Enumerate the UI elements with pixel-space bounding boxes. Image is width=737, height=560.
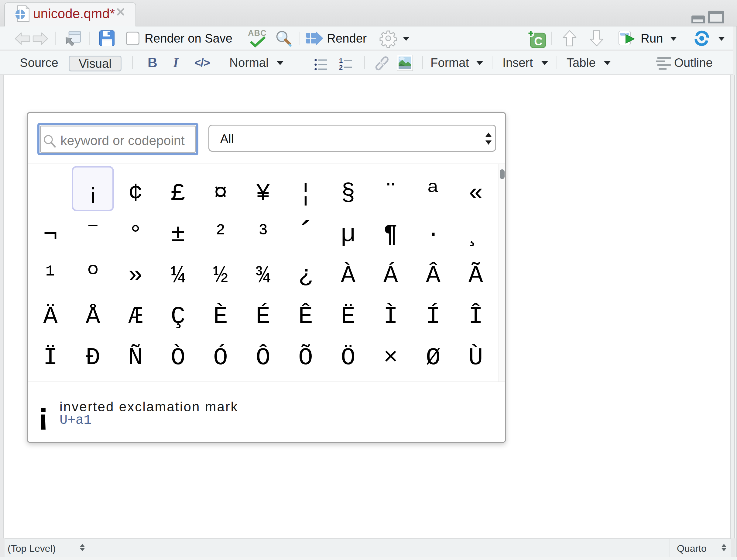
svg-text:2: 2: [339, 64, 343, 71]
svg-text:C: C: [534, 35, 542, 48]
